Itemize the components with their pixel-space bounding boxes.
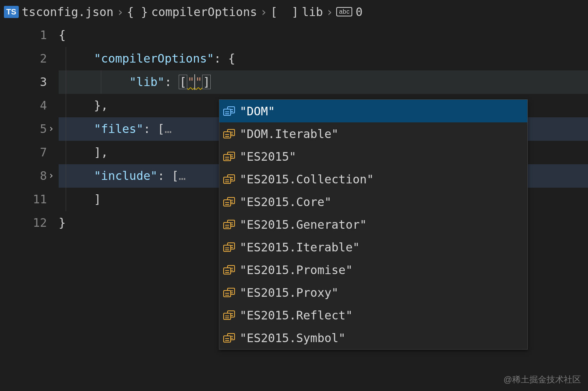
line-number: 2 [0,47,47,70]
suggest-item[interactable]: "ES2015.Generator" [219,213,527,236]
fold-chevron-icon[interactable]: › [47,117,56,141]
suggest-item[interactable]: "ES2015.Core" [219,190,527,213]
enum-member-icon [223,106,235,116]
suggest-item[interactable]: "DOM" [219,100,527,122]
fold-chevron-icon[interactable]: › [47,164,56,188]
code-line-active: "lib": [""] [59,70,588,94]
suggest-label: "ES2015" [240,150,296,163]
string-icon: abc [336,7,352,16]
enum-member-icon [223,152,235,161]
code-line: { [59,23,588,47]
suggest-label: "DOM.Iterable" [240,127,339,141]
suggest-label: "ES2015.Symbol" [240,331,346,345]
suggest-item[interactable]: "ES2015.Symbol" [219,326,527,349]
line-number: 3 [0,70,47,94]
enum-member-icon [223,310,235,320]
suggest-label: "ES2015.Reflect" [240,308,353,322]
brackets-icon: [ ] [271,5,299,19]
suggest-item[interactable]: "ES2015.Reflect" [219,304,527,326]
enum-member-icon [223,288,235,297]
breadcrumb: TS tsconfig.json › { } compilerOptions ›… [0,0,588,23]
suggest-item[interactable]: "ES2015.Iterable" [219,236,527,258]
enum-member-icon [223,242,235,252]
breadcrumb-lib[interactable]: lib [302,5,323,19]
breadcrumb-file[interactable]: tsconfig.json [22,5,114,19]
enum-member-icon [223,265,235,274]
breadcrumb-index[interactable]: 0 [355,5,362,19]
suggest-widget[interactable]: "DOM" "DOM.Iterable" "ES2015" "ES2015.Co… [219,99,528,350]
chevron-right-icon: › [260,5,267,19]
chevron-right-icon: › [326,5,333,19]
suggest-label: "ES2015.Generator" [240,218,367,231]
line-number: 12 [0,211,47,235]
suggest-label: "DOM" [240,104,275,118]
enum-member-icon [223,129,235,138]
line-number: 1 [0,23,47,47]
enum-member-icon [223,333,235,343]
suggest-label: "ES2015.Collection" [240,172,374,186]
suggest-label: "ES2015.Promise" [240,263,353,277]
line-number: 11 [0,188,47,211]
suggest-item[interactable]: "ES2015.Proxy" [219,281,527,304]
line-number: 5› [0,117,47,141]
ts-file-icon: TS [4,6,19,18]
enum-member-icon [223,197,235,206]
suggest-item[interactable]: "DOM.Iterable" [219,122,527,145]
suggest-label: "ES2015.Iterable" [240,240,360,254]
code-line: "compilerOptions": { [59,47,588,70]
enum-member-icon [223,220,235,229]
suggest-label: "ES2015.Core" [240,195,332,209]
suggest-item[interactable]: "ES2015.Promise" [219,258,527,281]
breadcrumb-compiler-options[interactable]: compilerOptions [151,5,257,19]
suggest-item[interactable]: "ES2015.Collection" [219,168,527,190]
suggest-item[interactable]: "ES2015" [219,145,527,168]
line-number: 4 [0,94,47,117]
enum-member-icon [223,174,235,184]
braces-icon: { } [127,5,148,19]
line-gutter: 1 2 3 4 5› 7 8› 11 12 [0,23,59,235]
watermark: @稀土掘金技术社区 [504,374,581,386]
line-number: 7 [0,141,47,164]
line-number: 8› [0,164,47,188]
chevron-right-icon: › [117,5,124,19]
suggest-label: "ES2015.Proxy" [240,286,339,300]
